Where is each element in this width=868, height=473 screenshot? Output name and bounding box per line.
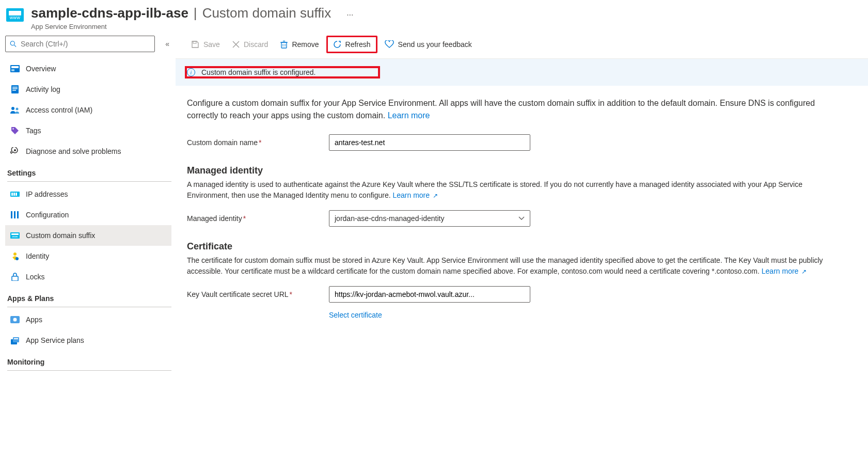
identity-icon bbox=[10, 251, 20, 261]
sidebar-item-configuration[interactable]: Configuration bbox=[5, 204, 171, 225]
svg-text:www: www bbox=[12, 235, 18, 238]
select-certificate-link[interactable]: Select certificate bbox=[329, 311, 382, 319]
sidebar-section-apps-plans: Apps & Plans bbox=[5, 287, 171, 305]
save-icon bbox=[191, 40, 199, 49]
svg-point-9 bbox=[11, 107, 14, 110]
svg-rect-5 bbox=[11, 85, 19, 93]
sidebar-item-label: Activity log bbox=[26, 85, 60, 93]
sidebar-section-monitoring: Monitoring bbox=[5, 351, 171, 368]
banner-text: Custom domain suffix is configured. bbox=[201, 68, 316, 76]
ip-icon bbox=[10, 190, 20, 199]
sidebar-item-access-control[interactable]: Access control (IAM) bbox=[5, 100, 171, 120]
sidebar-item-overview[interactable]: Overview bbox=[5, 58, 171, 79]
sidebar-item-locks[interactable]: Locks bbox=[5, 266, 171, 287]
svg-point-0 bbox=[10, 41, 14, 45]
sidebar-item-diagnose[interactable]: Diagnose and solve problems bbox=[5, 141, 171, 162]
svg-rect-15 bbox=[13, 193, 15, 196]
svg-rect-14 bbox=[11, 193, 13, 196]
info-icon: i bbox=[187, 68, 195, 76]
identity-description: A managed identity is used to authentica… bbox=[187, 179, 825, 201]
diagnose-icon bbox=[10, 147, 20, 156]
sidebar-item-activity-log[interactable]: Activity log bbox=[5, 79, 171, 100]
identity-label: Managed identity* bbox=[187, 214, 329, 223]
svg-point-10 bbox=[16, 108, 19, 111]
certificate-description: The certificate for custom domain suffix… bbox=[187, 255, 825, 277]
more-actions-button[interactable]: ··· bbox=[342, 8, 357, 22]
overview-icon bbox=[10, 64, 20, 73]
remove-label: Remove bbox=[292, 40, 319, 49]
cert-learn-more-link[interactable]: Learn more ↗ bbox=[762, 267, 807, 275]
certificate-heading: Certificate bbox=[187, 241, 825, 252]
domain-icon: www bbox=[10, 231, 20, 240]
save-label: Save bbox=[203, 40, 220, 49]
trash-icon bbox=[280, 40, 288, 49]
svg-point-23 bbox=[13, 253, 17, 256]
collapse-sidebar-button[interactable]: « bbox=[163, 38, 171, 50]
sidebar-item-label: Identity bbox=[26, 252, 49, 260]
domain-name-label: Custom domain name* bbox=[187, 138, 329, 147]
sidebar-item-custom-domain-suffix[interactable]: www Custom domain suffix bbox=[5, 225, 171, 246]
discard-label: Discard bbox=[244, 40, 268, 49]
svg-rect-25 bbox=[12, 276, 18, 281]
search-input[interactable] bbox=[21, 40, 150, 48]
cert-url-label: Key Vault certificate secret URL* bbox=[187, 290, 329, 298]
svg-rect-6 bbox=[12, 87, 18, 88]
page-title: sample-cdns-app-ilb-ase | Custom domain … bbox=[31, 5, 357, 22]
sidebar-item-tags[interactable]: Tags bbox=[5, 120, 171, 141]
sidebar-item-label: Apps bbox=[26, 316, 42, 324]
sidebar-section-settings: Settings bbox=[5, 162, 171, 179]
apps-icon bbox=[10, 315, 20, 324]
sidebar-item-label: Custom domain suffix bbox=[26, 231, 95, 240]
svg-point-11 bbox=[12, 128, 14, 130]
external-link-icon: ↗ bbox=[433, 192, 438, 199]
refresh-button[interactable]: Refresh bbox=[326, 36, 377, 53]
activity-log-icon bbox=[10, 85, 20, 94]
sidebar-search[interactable] bbox=[5, 36, 155, 52]
resource-name: sample-cdns-app-ilb-ase bbox=[31, 5, 188, 21]
remove-button[interactable]: Remove bbox=[275, 37, 324, 52]
app-service-env-icon bbox=[6, 8, 24, 22]
sidebar-item-label: Overview bbox=[26, 65, 56, 73]
plans-icon bbox=[10, 336, 20, 345]
identity-value: jordan-ase-cdns-managed-identity bbox=[335, 214, 444, 223]
refresh-icon bbox=[333, 40, 341, 49]
svg-rect-16 bbox=[15, 193, 17, 196]
configuration-icon bbox=[10, 210, 20, 219]
svg-rect-8 bbox=[12, 90, 16, 91]
sidebar-item-label: IP addresses bbox=[26, 190, 68, 198]
managed-identity-select[interactable]: jordan-ase-cdns-managed-identity bbox=[329, 210, 530, 227]
identity-learn-more-link[interactable]: Learn more ↗ bbox=[392, 191, 437, 199]
svg-point-12 bbox=[14, 149, 16, 151]
svg-rect-35 bbox=[281, 42, 287, 48]
tags-icon bbox=[10, 126, 20, 135]
page-name: Custom domain suffix bbox=[202, 5, 332, 21]
svg-rect-3 bbox=[11, 66, 19, 68]
refresh-label: Refresh bbox=[345, 40, 371, 49]
svg-rect-31 bbox=[14, 338, 18, 339]
svg-rect-30 bbox=[13, 337, 19, 342]
sidebar-item-label: Diagnose and solve problems bbox=[26, 147, 121, 155]
svg-rect-18 bbox=[14, 211, 15, 218]
svg-rect-4 bbox=[11, 69, 14, 71]
svg-rect-17 bbox=[11, 211, 12, 218]
cert-url-input[interactable] bbox=[329, 286, 530, 303]
feedback-button[interactable]: Send us your feedback bbox=[380, 37, 477, 52]
sidebar-item-label: App Service plans bbox=[26, 336, 84, 344]
sidebar-item-apps[interactable]: Apps bbox=[5, 309, 171, 330]
discard-button: Discard bbox=[227, 37, 273, 52]
sidebar: « Overview Activity log Access control (… bbox=[0, 30, 176, 473]
sidebar-item-app-service-plans[interactable]: App Service plans bbox=[5, 330, 171, 351]
iam-icon bbox=[10, 105, 20, 115]
sidebar-item-label: Access control (IAM) bbox=[26, 106, 92, 114]
identity-heading: Managed identity bbox=[187, 165, 825, 176]
external-link-icon: ↗ bbox=[801, 268, 807, 275]
svg-line-1 bbox=[14, 45, 16, 47]
resource-type: App Service Environment bbox=[31, 23, 357, 30]
sidebar-item-ip-addresses[interactable]: IP addresses bbox=[5, 184, 171, 204]
status-banner: i Custom domain suffix is configured. bbox=[176, 59, 868, 86]
learn-more-link[interactable]: Learn more bbox=[388, 111, 430, 120]
sidebar-item-label: Locks bbox=[26, 273, 45, 281]
sidebar-item-identity[interactable]: Identity bbox=[5, 246, 171, 266]
svg-rect-19 bbox=[17, 211, 19, 218]
custom-domain-input[interactable] bbox=[329, 134, 530, 151]
